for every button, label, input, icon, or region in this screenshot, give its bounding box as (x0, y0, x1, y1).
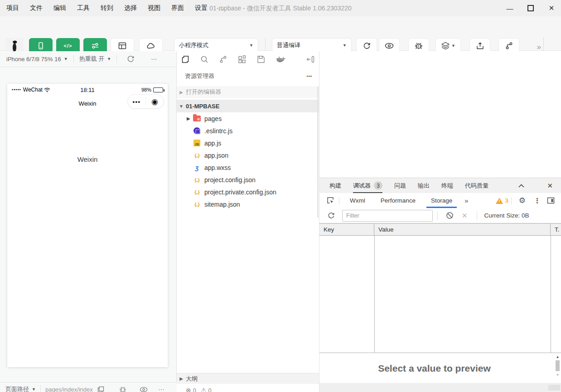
chevron-down-icon: ▼ (32, 387, 36, 392)
capsule-close-button[interactable]: ◉ (146, 97, 164, 106)
dock-side-icon[interactable] (547, 197, 555, 204)
simulator-footer: 页面路径 ▼ pages/index/index ⋯ (0, 382, 177, 392)
search-icon[interactable] (200, 55, 208, 63)
clear-filter-icon[interactable]: ✕ (462, 212, 468, 220)
window-title: 01-mpbase - 微信开发者工具 Stable 1.06.2303220 (0, 0, 561, 16)
tree-item-pages[interactable]: ▶ pages (177, 112, 319, 125)
gear-icon[interactable]: ⚙ (519, 196, 526, 205)
scroll-up-icon[interactable]: ▲ (554, 354, 561, 359)
chevron-down-icon: ▼ (451, 44, 455, 48)
battery-icon (153, 87, 163, 92)
tree-scrollbar[interactable] (317, 87, 319, 218)
simulator-refresh-button[interactable] (117, 51, 145, 67)
footer-more-button[interactable]: ⋯ (159, 386, 165, 392)
eye-icon[interactable] (140, 387, 148, 392)
minimize-button[interactable]: — (506, 5, 514, 12)
outline-section[interactable]: ▶ 大纲 (177, 373, 319, 384)
hot-reload-toggle[interactable]: 热重载 开 ▼ (74, 51, 117, 67)
tab-build[interactable]: 构建 (329, 178, 341, 193)
wxss-file-icon: ʒ (193, 164, 201, 171)
tree-item-eslintrc[interactable]: .eslintrc.js (177, 125, 319, 137)
tab-problems[interactable]: 问题 (394, 178, 406, 193)
titlebar: 项目 文件 编辑 工具 转到 选择 视图 界面 设置 ... 01-mpbase… (0, 0, 561, 16)
preview-scrollbar[interactable]: ▲ ▼ (554, 354, 561, 382)
devtools-tab-performance[interactable]: Performance (380, 193, 416, 208)
outline-problem-counts: ⊗ 0 ⚠ 0 (177, 384, 319, 392)
refresh-icon (127, 55, 135, 63)
tree-item-app-wxss[interactable]: ʒ app.wxss (177, 161, 319, 174)
code-icon: </> (64, 43, 73, 48)
more-tabs-button[interactable]: » (464, 197, 467, 204)
bug-icon[interactable] (119, 386, 127, 392)
current-size-label: Current Size: 0B (484, 212, 529, 219)
phone-preview: 18:11 ••••• WeChat 98% Weixin ••• ◉ Weix… (7, 84, 168, 367)
device-select[interactable]: iPhone 6/7/8 75% 16 ▼ (0, 51, 73, 67)
mode-select[interactable]: 小程序模式 ▼ (174, 38, 258, 52)
save-icon[interactable] (257, 55, 265, 63)
toolbar-overflow-button[interactable]: » (537, 43, 540, 52)
chevron-right-icon: ▶ (177, 90, 186, 95)
file-tree: ▶ pages .eslintrc.js JS app.js {..} app.… (177, 112, 319, 210)
preview-placeholder: Select a value to preview (319, 363, 549, 374)
explorer-icon-bar (177, 51, 319, 68)
collapse-panel-icon[interactable] (513, 184, 530, 188)
kebab-menu-icon[interactable]: ⋮ (534, 197, 541, 205)
wifi-icon (44, 87, 50, 92)
column-type[interactable]: T. (551, 224, 561, 235)
refresh-icon (363, 42, 371, 50)
warning-icon (496, 198, 503, 204)
explorer-more-button[interactable]: ⋯ (306, 73, 313, 80)
clear-storage-icon[interactable] (446, 212, 454, 219)
filter-input[interactable] (342, 210, 433, 222)
tree-item-sitemap[interactable]: {..} sitemap.json (177, 198, 319, 210)
refresh-icon[interactable] (328, 212, 335, 219)
files-icon[interactable] (181, 55, 189, 63)
extensions-icon[interactable] (238, 55, 246, 63)
devtools-tab-wxml[interactable]: Wxml (349, 193, 366, 208)
capsule-more-button[interactable]: ••• (128, 98, 145, 105)
copy-icon[interactable] (97, 386, 104, 392)
scroll-down-icon[interactable]: ▼ (554, 372, 561, 377)
close-button[interactable]: ✕ (547, 4, 556, 12)
tab-debugger[interactable]: 调试器 3 (353, 178, 382, 193)
tree-item-app-json[interactable]: {..} app.json (177, 149, 319, 161)
scroll-thumb[interactable] (556, 360, 560, 371)
column-key[interactable]: Key (319, 224, 374, 235)
git-branch-icon[interactable] (219, 55, 227, 63)
maximize-button[interactable] (527, 5, 534, 11)
inspect-icon[interactable] (327, 197, 334, 204)
capsule-menu: ••• ◉ (127, 94, 164, 109)
upload-icon (476, 42, 484, 50)
open-editors-section[interactable]: ▶ 打开的编辑器 (177, 86, 319, 98)
collapse-sidebar-icon[interactable] (306, 56, 314, 63)
bug-icon (414, 42, 423, 50)
explorer-panel: 资源管理器 ⋯ ▶ 打开的编辑器 ▼ 01-MPBASE ▶ pages .es… (177, 51, 319, 392)
compile-mode-select[interactable]: 普通编译 ▼ (272, 38, 352, 52)
storage-grid-body[interactable] (319, 236, 561, 353)
column-value[interactable]: Value (374, 224, 551, 235)
devtools-tab-storage[interactable]: Storage (430, 193, 453, 208)
close-panel-icon[interactable]: ✕ (542, 182, 558, 190)
simulator-more-button[interactable]: ⋯ (145, 51, 164, 67)
debugger-badge: 3 (374, 181, 382, 190)
tree-item-project-config[interactable]: {..} project.config.json (177, 174, 319, 186)
phone-navbar: Weixin ••• ◉ (7, 96, 168, 112)
project-root-node[interactable]: ▼ 01-MPBASE (177, 100, 319, 112)
tab-terminal[interactable]: 终端 (441, 178, 453, 193)
tree-item-app-js[interactable]: JS app.js (177, 137, 319, 149)
chevron-down-icon: ▼ (177, 104, 186, 109)
tab-output[interactable]: 输出 (418, 178, 430, 193)
git-branch-icon (505, 42, 513, 50)
folder-icon (193, 115, 201, 122)
layers-icon (441, 42, 450, 50)
eye-icon (385, 43, 394, 49)
warnings-indicator[interactable]: 3 (496, 197, 508, 204)
tree-item-project-private-config[interactable]: {..} project.private.config.json (177, 186, 319, 198)
tab-code-quality[interactable]: 代码质量 (465, 178, 488, 193)
js-file-icon: JS (193, 140, 201, 147)
docker-icon[interactable] (276, 56, 286, 63)
debugger-footer-strip (319, 383, 561, 392)
page-path-select[interactable]: 页面路径 ▼ (5, 385, 36, 392)
debugger-panel: 构建 调试器 3 问题 输出 终端 代码质量 ✕ Wxml Performanc… (319, 178, 561, 392)
json-file-icon: {..} (193, 201, 201, 208)
